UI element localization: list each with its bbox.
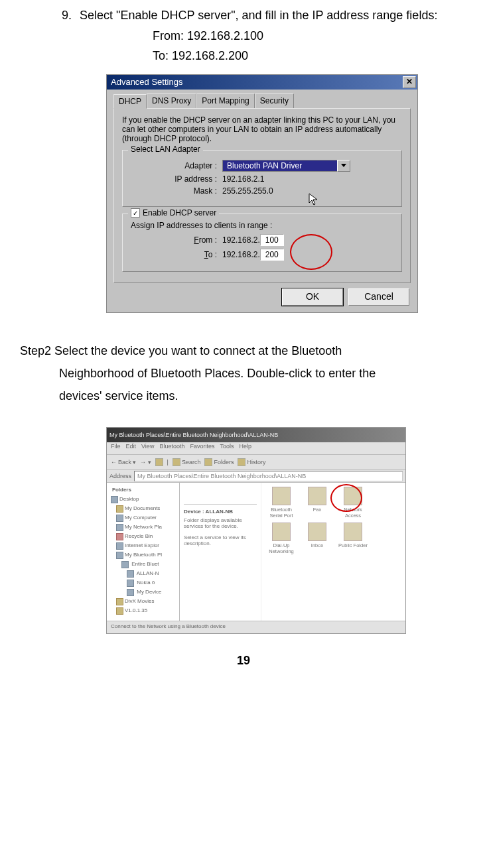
tree-item[interactable]: My Computer bbox=[108, 513, 178, 523]
bt-titlebar: My Bluetooth Places\Entire Bluetooth Nei… bbox=[107, 428, 405, 442]
dropdown-arrow-icon[interactable] bbox=[337, 160, 350, 172]
tree-item[interactable]: My Network Pla bbox=[108, 523, 178, 532]
fwd-button[interactable]: → ▾ bbox=[140, 459, 151, 465]
step-text: Select "Enable DHCP server", and fill in… bbox=[80, 5, 438, 26]
page-number: 19 bbox=[20, 654, 467, 668]
lan-adapter-legend: Select LAN Adapter bbox=[128, 145, 203, 154]
serial-port-icon bbox=[272, 487, 291, 505]
close-button[interactable]: ✕ bbox=[403, 76, 416, 88]
ip-address-label: IP address : bbox=[131, 174, 222, 184]
info-text-2: Select a service to view its description… bbox=[184, 534, 257, 546]
inbox-icon bbox=[308, 523, 326, 541]
enable-dhcp-legend: ✓Enable DHCP server bbox=[128, 208, 219, 218]
enable-dhcp-label: Enable DHCP server bbox=[143, 208, 216, 217]
step2-line1: Select the device you want to connect at… bbox=[51, 344, 342, 357]
tab-security[interactable]: Security bbox=[255, 93, 294, 108]
tab-panel: If you enable the DHCP server on an adap… bbox=[113, 108, 411, 283]
tab-dhcp[interactable]: DHCP bbox=[113, 94, 147, 109]
service-item[interactable]: Bluetooth Serial Port bbox=[265, 487, 297, 519]
menu-favorites[interactable]: Favorites bbox=[190, 443, 214, 454]
tree-item[interactable]: Internet Explor bbox=[108, 541, 178, 550]
enable-dhcp-checkbox[interactable]: ✓ bbox=[131, 208, 140, 217]
tree-item[interactable]: My Bluetooth Pl bbox=[108, 550, 178, 560]
public-folder-icon bbox=[344, 523, 362, 541]
back-button[interactable]: ← Back ▾ bbox=[111, 459, 136, 465]
toolbar: ← Back ▾ → ▾ | Search Folders History bbox=[107, 455, 405, 470]
info-panel: Device : ALLAN-NB Folder displays availa… bbox=[180, 483, 261, 621]
cursor-icon bbox=[309, 193, 319, 206]
ok-button[interactable]: OK bbox=[282, 288, 343, 306]
service-icons: Bluetooth Serial Port Fax Network Access… bbox=[261, 483, 405, 621]
advanced-settings-dialog: Advanced Settings ✕ DHCP DNS Proxy Port … bbox=[106, 74, 418, 313]
mask-label: Mask : bbox=[131, 186, 222, 196]
service-item[interactable]: Dial-Up Networking bbox=[265, 523, 297, 554]
folder-tree[interactable]: Folders Desktop My Documents My Computer… bbox=[107, 483, 180, 621]
menu-view[interactable]: View bbox=[141, 443, 154, 454]
tree-item[interactable]: ALLAN-N bbox=[108, 569, 178, 578]
info-text-1: Folder displays available services for t… bbox=[184, 517, 257, 529]
step2-line3: devices' service items. bbox=[59, 385, 467, 407]
menu-tools[interactable]: Tools bbox=[220, 443, 234, 454]
device-heading: Device : ALLAN-NB bbox=[184, 509, 257, 515]
folders-button[interactable]: Folders bbox=[204, 458, 234, 466]
menu-edit[interactable]: Edit bbox=[126, 443, 137, 454]
adapter-value: Bluetooth PAN Driver bbox=[222, 160, 337, 172]
to-label: To : bbox=[131, 250, 222, 259]
adapter-label: Adapter : bbox=[131, 161, 222, 170]
bluetooth-places-window: My Bluetooth Places\Entire Bluetooth Nei… bbox=[106, 427, 406, 634]
titlebar: Advanced Settings ✕ bbox=[107, 75, 417, 90]
from-line: From: 192.168.2.100 bbox=[20, 26, 467, 46]
network-access-icon bbox=[344, 487, 362, 505]
from-prefix: 192.168.2. bbox=[222, 235, 260, 245]
mask-value: 255.255.255.0 bbox=[222, 186, 273, 196]
cancel-button[interactable]: Cancel bbox=[348, 288, 409, 306]
service-item[interactable]: Fax bbox=[301, 487, 333, 519]
up-button[interactable] bbox=[155, 458, 163, 466]
tree-item[interactable]: My Device bbox=[108, 588, 178, 597]
to-input[interactable]: 200 bbox=[260, 249, 284, 261]
step2-label: Step2 bbox=[20, 344, 51, 357]
from-input[interactable]: 100 bbox=[260, 234, 284, 246]
from-label: From : bbox=[131, 235, 222, 245]
tab-dns-proxy[interactable]: DNS Proxy bbox=[147, 93, 196, 108]
menu-file[interactable]: File bbox=[111, 443, 121, 454]
address-label: Address bbox=[109, 473, 131, 479]
tree-item[interactable]: Desktop bbox=[108, 495, 178, 504]
tree-item[interactable]: Recycle Bin bbox=[108, 532, 178, 541]
folders-header: Folders bbox=[108, 485, 137, 495]
tab-port-mapping[interactable]: Port Mapping bbox=[196, 93, 254, 108]
lan-adapter-group: Select LAN Adapter Adapter : Bluetooth P… bbox=[122, 150, 402, 207]
service-item[interactable]: Public Folder bbox=[337, 523, 369, 554]
tree-item[interactable]: V1.0.1.35 bbox=[108, 606, 178, 615]
dialog-title: Advanced Settings bbox=[111, 77, 182, 87]
tree-item[interactable]: My Documents bbox=[108, 504, 178, 513]
search-button[interactable]: Search bbox=[173, 458, 201, 466]
to-line: To: 192.168.2.200 bbox=[20, 46, 467, 66]
to-prefix: 192.168.2. bbox=[222, 250, 260, 259]
adapter-select[interactable]: Bluetooth PAN Driver bbox=[222, 160, 350, 172]
tree-item[interactable]: DivX Movies bbox=[108, 597, 178, 606]
status-bar: Connect to the Network using a Bluetooth… bbox=[107, 621, 405, 633]
tree-item[interactable]: Entire Bluet bbox=[108, 560, 178, 569]
service-item[interactable]: Inbox bbox=[301, 523, 333, 554]
menu-bar: File Edit View Bluetooth Favorites Tools… bbox=[107, 442, 405, 455]
assign-range-text: Assign IP addresses to clients in range … bbox=[131, 221, 393, 230]
service-item[interactable]: Network Access bbox=[337, 487, 369, 519]
menu-bluetooth[interactable]: Bluetooth bbox=[159, 443, 184, 454]
dialup-icon bbox=[272, 523, 291, 541]
address-input[interactable]: My Bluetooth Places\Entire Bluetooth Nei… bbox=[134, 471, 403, 481]
tabs: DHCP DNS Proxy Port Mapping Security bbox=[107, 90, 417, 108]
history-button[interactable]: History bbox=[238, 458, 265, 466]
dhcp-range-group: ✓Enable DHCP server Assign IP addresses … bbox=[122, 214, 402, 272]
address-bar: Address My Bluetooth Places\Entire Bluet… bbox=[107, 470, 405, 483]
tree-item[interactable]: Nokia 6 bbox=[108, 578, 178, 588]
ip-address-value: 192.168.2.1 bbox=[222, 174, 264, 184]
dialog-buttons: OK Cancel bbox=[107, 288, 417, 312]
dhcp-description: If you enable the DHCP server on an adap… bbox=[122, 115, 402, 143]
menu-help[interactable]: Help bbox=[239, 443, 251, 454]
step2-line2: Neighborhood of Bluetooth Places. Double… bbox=[59, 362, 467, 385]
fax-icon bbox=[308, 487, 326, 505]
step-number: 9. bbox=[20, 5, 72, 26]
